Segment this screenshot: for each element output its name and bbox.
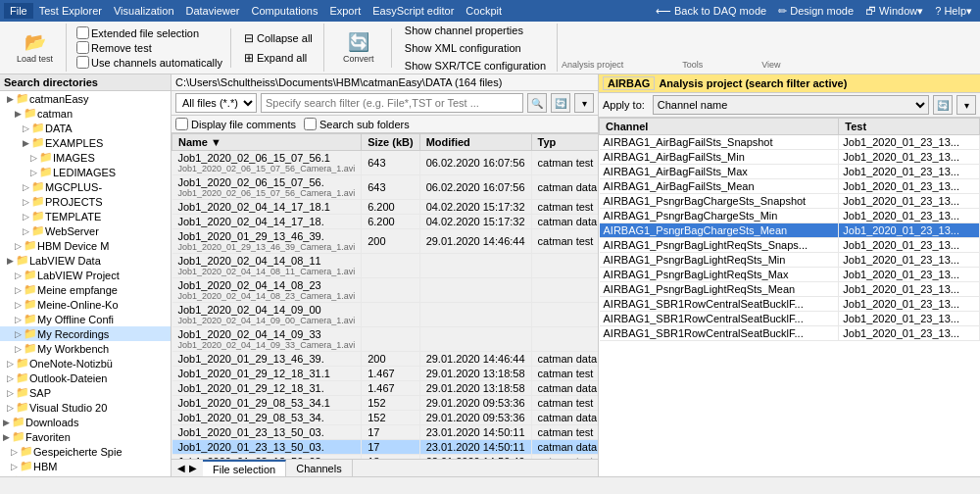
- menu-visualization[interactable]: Visualization: [108, 3, 180, 19]
- menu-computations[interactable]: Computations: [246, 3, 324, 19]
- tree-item[interactable]: ▶📁catmanEasy: [0, 91, 171, 106]
- col-name[interactable]: Name ▼: [172, 134, 362, 151]
- list-item[interactable]: AIRBAG1_SBR1RowCentralSeatBucklF... Job1…: [600, 297, 980, 312]
- apply-to-select[interactable]: Channel name Test name Both: [653, 95, 929, 115]
- table-row[interactable]: Job1_2020_01_29_12_18_31.1 1.467 29.01.2…: [172, 367, 599, 381]
- menu-test-explorer[interactable]: Test Explorer: [33, 3, 108, 19]
- tab-channels[interactable]: Channels: [286, 460, 352, 476]
- table-row[interactable]: Job1_2020_01_23_13_50_03. 17 23.01.2020 …: [172, 440, 599, 455]
- tree-item[interactable]: ▷📁WebServer: [0, 223, 171, 238]
- list-item[interactable]: AIRBAG1_PsngrBagLightReqSts_Snaps... Job…: [600, 238, 980, 253]
- col-channel[interactable]: Channel: [600, 119, 839, 135]
- tree-item[interactable]: ▷📁IMAGES: [0, 150, 171, 165]
- extended-selection-checkbox[interactable]: [76, 26, 89, 39]
- tree-item[interactable]: ▷📁My Offline Confi: [0, 312, 171, 326]
- channel-table[interactable]: Channel Test AIRBAG1_AirBagFailSts_Snaps…: [599, 118, 980, 476]
- file-table[interactable]: Name ▼ Size (kB) Modified Typ Job1_2020_…: [172, 133, 598, 459]
- refresh-button[interactable]: 🔄: [551, 93, 570, 113]
- table-row[interactable]: Job1_2020_02_04_14_17_18.1 6.200 04.02.2…: [172, 200, 599, 215]
- tree-item[interactable]: ▷📁LabVIEW Project: [0, 268, 171, 282]
- table-row[interactable]: Job1_2020_02_04_14_17_18. 6.200 04.02.20…: [172, 215, 599, 229]
- table-row[interactable]: Job1_2020_01_29_13_46_39. 200 29.01.2020…: [172, 352, 599, 367]
- tree-item[interactable]: ▶📁LabVIEW Data: [0, 253, 171, 268]
- tab-right-arrow[interactable]: ▶: [187, 463, 199, 473]
- list-item[interactable]: AIRBAG1_PsngrBagLightReqSts_Max Job1_202…: [600, 268, 980, 282]
- tab-file-selection[interactable]: File selection: [203, 460, 286, 476]
- list-item[interactable]: AIRBAG1_PsngrBagChargeSts_Mean Job1_2020…: [600, 223, 980, 238]
- show-sxr-button[interactable]: Show SXR/TCE configuration: [400, 58, 551, 74]
- options-button[interactable]: ▾: [574, 93, 594, 113]
- menu-cockpit[interactable]: Cockpit: [460, 3, 508, 19]
- right-options-button[interactable]: ▾: [956, 95, 976, 115]
- list-item[interactable]: AIRBAG1_PsngrBagChargeSts_Min Job1_2020_…: [600, 209, 980, 223]
- tree-item[interactable]: ▷📁PROJECTS: [0, 194, 171, 209]
- help-menu[interactable]: ? Help▾: [931, 3, 976, 20]
- design-mode[interactable]: ✏ Design mode: [774, 3, 858, 20]
- back-to-daq[interactable]: ⟵ Back to DAQ mode: [652, 3, 770, 20]
- tree-item[interactable]: ▶📁Downloads: [0, 415, 171, 429]
- tree-item-my-recordings[interactable]: ▷📁My Recordings: [0, 326, 171, 341]
- col-size[interactable]: Size (kB): [362, 134, 419, 151]
- tree-item[interactable]: ▷📁My Workbench: [0, 341, 171, 356]
- tree-item[interactable]: ▷📁HBM: [0, 459, 171, 473]
- tree-item[interactable]: ▷📁Outlook-Dateien: [0, 370, 171, 385]
- tab-left-arrow[interactable]: ◀: [175, 463, 187, 473]
- table-row[interactable]: Job1_2020_01_29_12_18_31. 1.467 29.01.20…: [172, 381, 599, 396]
- menu-export[interactable]: Export: [323, 3, 367, 19]
- list-item[interactable]: AIRBAG1_AirBagFailSts_Min Job1_2020_01_2…: [600, 150, 980, 165]
- tree-item[interactable]: ▷📁Meine empfange: [0, 282, 171, 297]
- remove-test-checkbox[interactable]: [76, 41, 89, 54]
- tree-item[interactable]: ▷📁HBM Device M: [0, 238, 171, 253]
- search-subfolders-label[interactable]: Search sub folders: [304, 118, 410, 130]
- list-item[interactable]: AIRBAG1_AirBagFailSts_Snapshot Job1_2020…: [600, 135, 980, 150]
- table-row[interactable]: Job1_2020_01_29_13_46_39. Job1_2020_01_2…: [172, 229, 599, 254]
- tree-item[interactable]: ▶📁catman: [0, 106, 171, 121]
- col-modified[interactable]: Modified: [419, 134, 531, 151]
- tree-item[interactable]: ▷📁SAP: [0, 385, 171, 400]
- list-item[interactable]: AIRBAG1_SBR1RowCentralSeatBucklF... Job1…: [600, 326, 980, 341]
- col-type[interactable]: Typ: [531, 134, 598, 151]
- list-item[interactable]: AIRBAG1_PsngrBagLightReqSts_Min Job1_202…: [600, 253, 980, 268]
- list-item[interactable]: AIRBAG1_PsngrBagChargeSts_Snapshot Job1_…: [600, 194, 980, 209]
- table-row[interactable]: Job1_2020_01_23_13_50_03. 17 23.01.2020 …: [172, 425, 599, 440]
- tree-item[interactable]: ▷📁MGCPLUS-: [0, 179, 171, 194]
- expand-all-button[interactable]: ⊞ Expand all: [239, 49, 312, 67]
- table-row[interactable]: Job1_2020_01_29_08_53_34.1 152 29.01.202…: [172, 396, 599, 411]
- tree-item[interactable]: ▶📁Favoriten: [0, 429, 171, 444]
- tree-item[interactable]: ▷📁Visual Studio 20: [0, 400, 171, 415]
- menu-dataviewer[interactable]: Dataviewer: [180, 3, 246, 19]
- tree-item[interactable]: ▷📁DATA: [0, 121, 171, 135]
- table-row[interactable]: Job1_2020_01_29_08_53_34. 152 29.01.2020…: [172, 411, 599, 425]
- load-test-button[interactable]: 📂 Load test: [10, 25, 60, 71]
- collapse-all-button[interactable]: ⊟ Collapse all: [239, 29, 318, 47]
- file-type-filter[interactable]: All files (*.*) *.bin *.TST *.dat: [175, 93, 257, 113]
- tree-container[interactable]: ▶📁catmanEasy ▶📁catman ▷📁DATA ▶📁EXAMPLES …: [0, 91, 171, 476]
- table-row[interactable]: Job1_2020_02_04_14_08_11 Job1_2020_02_04…: [172, 254, 599, 278]
- list-item[interactable]: AIRBAG1_AirBagFailSts_Mean Job1_2020_01_…: [600, 179, 980, 194]
- use-channels-checkbox[interactable]: [76, 56, 89, 69]
- display-comments-label[interactable]: Display file comments: [175, 118, 296, 130]
- window-menu[interactable]: 🗗 Window▾: [861, 3, 927, 20]
- tree-item[interactable]: ▷📁Gespeicherte Spie: [0, 444, 171, 459]
- convert-button[interactable]: 🔄 Convert: [334, 25, 383, 71]
- table-row[interactable]: Job1_2020_02_04_14_08_23 Job1_2020_02_04…: [172, 278, 599, 303]
- list-item[interactable]: AIRBAG1_SBR1RowCentralSeatBucklF... Job1…: [600, 312, 980, 326]
- tree-item[interactable]: ▷📁LEDIMAGES: [0, 165, 171, 179]
- right-refresh-button[interactable]: 🔄: [933, 95, 953, 115]
- table-row[interactable]: Job1_2020_02_04_14_09_33 Job1_2020_02_04…: [172, 327, 599, 352]
- search-button[interactable]: 🔍: [527, 93, 547, 113]
- show-xml-button[interactable]: Show XML configuration: [400, 40, 526, 56]
- search-subfolders-checkbox[interactable]: [304, 118, 317, 130]
- list-item[interactable]: AIRBAG1_AirBagFailSts_Max Job1_2020_01_2…: [600, 165, 980, 179]
- tree-item[interactable]: ▷📁TEMPLATE: [0, 209, 171, 223]
- show-channel-props-button[interactable]: Show channel properties: [400, 23, 528, 38]
- tree-item[interactable]: ▷📁OneNote-Notizbü: [0, 356, 171, 370]
- menu-file[interactable]: File: [4, 3, 33, 19]
- display-comments-checkbox[interactable]: [175, 118, 188, 130]
- tree-item[interactable]: ▷📁Meine-Online-Ko: [0, 297, 171, 312]
- list-item[interactable]: AIRBAG1_PsngrBagLightReqSts_Mean Job1_20…: [600, 282, 980, 297]
- table-row[interactable]: Job1_2020_02_06_15_07_56. Job1_2020_02_0…: [172, 175, 599, 200]
- table-row[interactable]: Job1_2020_02_04_14_09_00 Job1_2020_02_04…: [172, 303, 599, 327]
- tree-item[interactable]: ▶📁EXAMPLES: [0, 135, 171, 150]
- col-test[interactable]: Test: [839, 119, 980, 135]
